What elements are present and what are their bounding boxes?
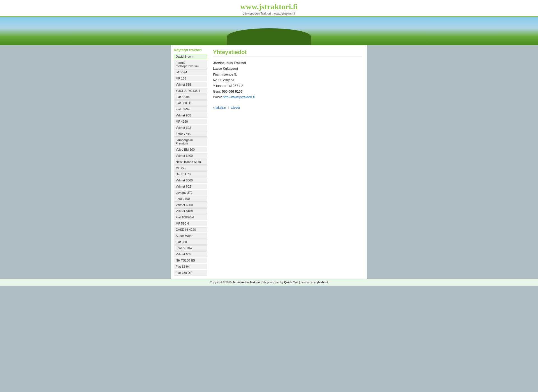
sidebar-item-32[interactable]: NH TS100 ES [174, 258, 207, 263]
sidebar-item-14[interactable]: Volvo BM 500 [174, 147, 207, 152]
print-link[interactable]: tulosta [231, 106, 240, 109]
sidebar-item-9[interactable]: Valmet 905 [174, 113, 207, 118]
sidebar-item-1[interactable]: Farma metsäperävaunu [174, 60, 207, 69]
address-line2: 62900 Alajärvi [213, 78, 234, 82]
sidebar-item-19[interactable]: Valmet 8300 [174, 178, 207, 183]
main-content: Yhteystiedot Järviseudun Traktori Lasse … [210, 48, 364, 276]
sidebar-item-23[interactable]: Valmet 6300 [174, 202, 207, 208]
sidebar-item-3[interactable]: MF 165 [174, 76, 207, 81]
gsm-value: 050 066 0106 [222, 90, 242, 94]
sidebar-item-34[interactable]: Fiat 780 DT [174, 270, 207, 276]
sidebar-item-6[interactable]: Fiat 82-94 [174, 94, 207, 100]
hero-hill [227, 28, 311, 45]
www-link[interactable]: http://www.jstraktori.fi [223, 95, 254, 99]
sidebar-item-15[interactable]: Valmet 6400 [174, 153, 207, 158]
sidebar-item-24[interactable]: Valmet 6400 [174, 208, 207, 214]
sidebar-item-18[interactable]: Deutz 4,70 [174, 171, 207, 177]
sidebar-item-7[interactable]: Fiat 980 DT [174, 100, 207, 106]
footer-design-text: | design by: [299, 281, 313, 284]
sidebar-item-0[interactable]: David Brown [174, 54, 207, 59]
sidebar-item-21[interactable]: Leyland 272 [174, 190, 207, 195]
sidebar: Käytetyt traktori David BrownFarma metsä… [174, 48, 207, 276]
sidebar-item-13[interactable]: Lamborghini Premium [174, 137, 207, 146]
ytunnus: Y-tunnus 1412671-2 [213, 84, 243, 88]
sidebar-item-17[interactable]: MF 275 [174, 165, 207, 171]
nav-links: « takaisin | tulosta [213, 106, 361, 109]
contact-info: Järviseudun Traktori Lasse Kultavuori Ki… [213, 60, 361, 100]
footer-company-link[interactable]: Järviseudun Traktori [233, 281, 260, 284]
content-area: Käytetyt traktori David BrownFarma metsä… [171, 45, 367, 279]
company-name: Järviseudun Traktori [213, 61, 246, 65]
footer-copyright: Copyright © 2015 [210, 281, 232, 284]
main-wrapper: Käytetyt traktori David BrownFarma metsä… [171, 45, 367, 279]
sidebar-item-27[interactable]: CASE IH-4220 [174, 227, 207, 232]
sidebar-item-8[interactable]: Fiat 82-94 [174, 106, 207, 112]
sidebar-item-16[interactable]: New Holland 6640 [174, 159, 207, 165]
sidebar-item-25[interactable]: Fiat 100/90-4 [174, 214, 207, 220]
footer-design-link[interactable]: styleshout [314, 281, 328, 284]
sidebar-item-22[interactable]: Ford 7700 [174, 196, 207, 202]
hero-banner [0, 17, 538, 45]
sidebar-item-20[interactable]: Valmet 602 [174, 184, 207, 189]
sidebar-item-10[interactable]: MF 4260 [174, 119, 207, 124]
sidebar-item-4[interactable]: Valmet 565 [174, 82, 207, 87]
sidebar-item-2[interactable]: IMT-574 [174, 69, 207, 75]
sidebar-item-29[interactable]: Fiat 680 [174, 239, 207, 245]
back-link[interactable]: « takaisin [213, 106, 226, 109]
footer-cart-text: Shopping cart by [262, 281, 283, 284]
page-title: Yhteystiedot [213, 49, 361, 57]
sidebar-item-26[interactable]: MF 590-4 [174, 221, 207, 226]
contact-person: Lasse Kultavuori [213, 67, 238, 71]
sidebar-heading: Käytetyt traktori [174, 48, 207, 52]
nav-separator: | [228, 106, 229, 109]
footer: Copyright © 2015 Järviseudun Traktori | … [0, 279, 538, 286]
gsm-label: Gsm: [213, 90, 221, 94]
sidebar-item-31[interactable]: Valmet 605 [174, 251, 207, 257]
address-line1: Kirsinmäentie 9, [213, 73, 237, 76]
site-header: www.jstraktori.fi Järviseudun Traktori -… [0, 0, 538, 17]
sidebar-item-30[interactable]: Ford 5610-2 [174, 245, 207, 251]
site-tagline: Järviseudun Traktori - www.jstraktori.fi [0, 12, 538, 15]
sidebar-item-28[interactable]: Super Major [174, 233, 207, 239]
site-logo: www.jstraktori.fi [0, 2, 538, 11]
sidebar-item-33[interactable]: Fiat 82-94 [174, 264, 207, 269]
sidebar-item-12[interactable]: Zetor 7745 [174, 131, 207, 137]
www-label: Www: [213, 95, 222, 99]
footer-cart-link[interactable]: Quick.Cart [284, 281, 298, 284]
sidebar-item-5[interactable]: YUCHAI YC135-7 [174, 88, 207, 94]
sidebar-item-11[interactable]: Valmet 602 [174, 125, 207, 130]
sidebar-items-list: David BrownFarma metsäperävaunuIMT-574MF… [174, 54, 207, 276]
